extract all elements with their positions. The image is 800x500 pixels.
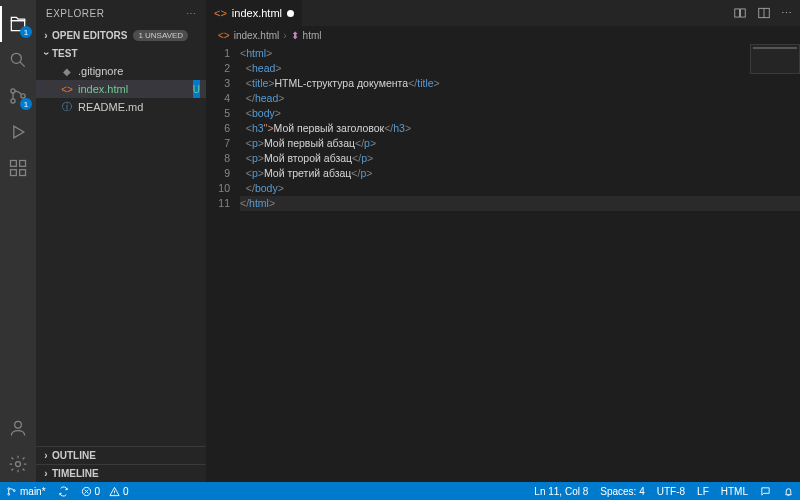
svg-point-0 [11,53,21,63]
svg-point-8 [15,421,22,428]
editor-pane: <> index.html ⋯ <> index.html › ⬍ html 1… [206,0,800,482]
chevron-right-icon: › [40,450,52,461]
compare-icon[interactable] [733,6,747,20]
sidebar-title-text: EXPLORER [46,8,104,19]
branch-status[interactable]: main* [0,482,52,500]
svg-point-1 [11,89,15,93]
workspace-name: TEST [52,48,78,59]
tab-filename: index.html [232,7,282,19]
outline-section[interactable]: › OUTLINE [36,446,206,464]
chevron-right-icon: › [40,30,52,41]
svg-point-2 [11,99,15,103]
breadcrumb-sep: › [283,30,286,41]
warning-count: 0 [123,486,129,497]
svg-rect-11 [741,9,746,17]
status-bar: main* 0 0 Ln 11, Col 8 Spaces: 4 UTF-8 L… [0,482,800,500]
svg-rect-10 [735,9,740,17]
svg-rect-5 [11,170,17,176]
feedback-icon[interactable] [754,482,777,500]
language-mode[interactable]: HTML [715,482,754,500]
encoding-status[interactable]: UTF-8 [651,482,691,500]
error-count: 0 [95,486,101,497]
svg-rect-7 [20,161,26,167]
svg-point-14 [8,493,10,495]
file-icon: ⓘ [60,100,74,114]
svg-rect-6 [20,170,26,176]
sidebar-title: EXPLORER ⋯ [36,0,206,26]
account-icon[interactable] [0,410,36,446]
git-status: U [193,80,200,98]
tab-index-html[interactable]: <> index.html [206,0,302,26]
file-row[interactable]: ⓘREADME.md [36,98,206,116]
open-editors-label: OPEN EDITORS [52,30,127,41]
split-icon[interactable] [757,6,771,20]
problems-status[interactable]: 0 0 [75,482,135,500]
cursor-position[interactable]: Ln 11, Col 8 [528,482,594,500]
file-name: README.md [78,101,143,113]
file-tree: ◆.gitignore<>index.htmlUⓘREADME.md [36,62,206,446]
gutter: 1234567891011 [206,44,240,482]
file-icon: <> [60,82,74,96]
symbol-icon: ⬍ [291,30,299,41]
svg-rect-4 [11,161,17,167]
code-content[interactable]: <html> <head> <title>HTML-структура доку… [240,44,800,482]
html-file-icon: <> [214,7,227,19]
file-row[interactable]: <>index.htmlU [36,80,206,98]
breadcrumb-symbol[interactable]: html [303,30,322,41]
sync-status[interactable] [52,482,75,500]
workspace-section[interactable]: › TEST [36,44,206,62]
activity-bar: 1 1 [0,0,36,482]
chevron-right-icon: › [40,468,52,479]
sidebar-more-icon[interactable]: ⋯ [186,8,197,19]
search-icon[interactable] [0,42,36,78]
settings-gear-icon[interactable] [0,446,36,482]
timeline-label: TIMELINE [52,468,99,479]
eol-status[interactable]: LF [691,482,715,500]
html-file-icon: <> [218,30,230,41]
source-control-icon[interactable]: 1 [0,78,36,114]
explorer-icon[interactable]: 1 [0,6,36,42]
chevron-down-icon: › [41,47,52,59]
tab-more-icon[interactable]: ⋯ [781,7,792,20]
svg-point-13 [8,487,10,489]
unsaved-badge: 1 UNSAVED [133,30,188,41]
unsaved-dot-icon [287,10,294,17]
run-debug-icon[interactable] [0,114,36,150]
open-editors-section[interactable]: › OPEN EDITORS 1 UNSAVED [36,26,206,44]
file-name: .gitignore [78,65,123,77]
breadcrumb-file[interactable]: index.html [234,30,280,41]
file-name: index.html [78,83,128,95]
tab-bar: <> index.html ⋯ [206,0,800,26]
timeline-section[interactable]: › TIMELINE [36,464,206,482]
scm-badge: 1 [20,98,32,110]
minimap[interactable] [750,44,800,74]
sidebar: EXPLORER ⋯ › OPEN EDITORS 1 UNSAVED › TE… [36,0,206,482]
branch-name: main* [20,486,46,497]
extensions-icon[interactable] [0,150,36,186]
code-area[interactable]: 1234567891011 <html> <head> <title>HTML-… [206,44,800,482]
breadcrumbs[interactable]: <> index.html › ⬍ html [206,26,800,44]
file-icon: ◆ [60,64,74,78]
indentation-status[interactable]: Spaces: 4 [594,482,650,500]
explorer-badge: 1 [20,26,32,38]
svg-point-9 [16,462,21,467]
notifications-icon[interactable] [777,482,800,500]
file-row[interactable]: ◆.gitignore [36,62,206,80]
outline-label: OUTLINE [52,450,96,461]
tab-actions: ⋯ [725,0,800,26]
